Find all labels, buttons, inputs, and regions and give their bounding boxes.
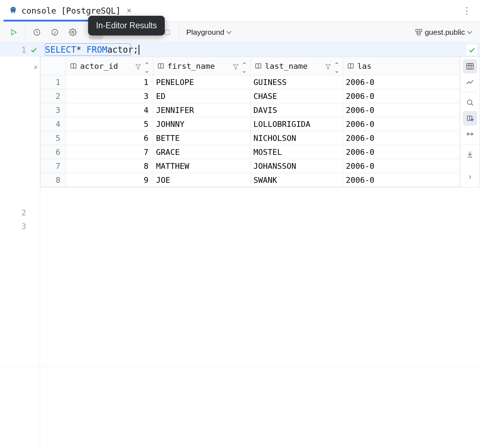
cell-first-name[interactable]: BETTE bbox=[153, 131, 250, 145]
row-number: 4 bbox=[40, 117, 66, 131]
column-icon bbox=[347, 62, 355, 70]
column-header-last-update[interactable]: las bbox=[343, 57, 460, 75]
close-results-icon[interactable]: ✕ bbox=[34, 63, 38, 71]
run-button[interactable] bbox=[6, 25, 21, 39]
svg-rect-21 bbox=[161, 64, 163, 68]
table-row[interactable]: 34JENNIFERDAVIS2006-0 bbox=[40, 103, 460, 117]
column-header-actor-id[interactable]: actor_id bbox=[66, 57, 153, 75]
column-label: first_name bbox=[168, 62, 215, 71]
cell-last-name[interactable]: GUINESS bbox=[250, 75, 343, 89]
table-row[interactable]: 56BETTENICHOLSON2006-0 bbox=[40, 131, 460, 145]
cell-last-name[interactable]: CHASE bbox=[250, 89, 343, 103]
column-label: actor_id bbox=[80, 62, 118, 71]
cell-last-update[interactable]: 2006-0 bbox=[343, 89, 460, 103]
cell-first-name[interactable]: ED bbox=[153, 89, 250, 103]
table-view-button[interactable] bbox=[463, 59, 477, 73]
separator bbox=[463, 144, 477, 144]
cell-last-name[interactable]: MOSTEL bbox=[250, 145, 343, 159]
cell-actor-id[interactable]: 5 bbox=[66, 117, 153, 131]
svg-rect-34 bbox=[467, 116, 470, 121]
cell-last-update[interactable]: 2006-0 bbox=[343, 103, 460, 117]
cell-first-name[interactable]: JOHNNY bbox=[153, 117, 250, 131]
schema-dropdown[interactable]: guest.public bbox=[412, 25, 474, 39]
playground-dropdown[interactable]: Playground bbox=[183, 25, 233, 39]
transpose-button[interactable] bbox=[463, 127, 477, 141]
svg-rect-23 bbox=[255, 64, 258, 68]
svg-marker-0 bbox=[12, 29, 16, 35]
cell-last-update[interactable]: 2006-0 bbox=[343, 117, 460, 131]
inspection-ok-icon[interactable] bbox=[466, 44, 477, 55]
cell-actor-id[interactable]: 4 bbox=[66, 103, 153, 117]
gutter-line[interactable]: 1 bbox=[0, 43, 40, 57]
cell-last-update[interactable]: 2006-0 bbox=[343, 145, 460, 159]
cell-last-update[interactable]: 2006-0 bbox=[343, 173, 460, 187]
export-button[interactable] bbox=[463, 147, 477, 162]
result-panel: actor_id bbox=[40, 57, 480, 187]
explain-plan-button[interactable]: p bbox=[48, 25, 62, 39]
svg-line-33 bbox=[471, 104, 473, 106]
filter-icon[interactable] bbox=[325, 63, 331, 69]
separator bbox=[463, 92, 477, 92]
table-row[interactable]: 67GRACEMOSTEL2006-0 bbox=[40, 145, 460, 159]
row-number: 6 bbox=[40, 145, 66, 159]
tab-title: console [PostgreSQL] bbox=[21, 6, 121, 15]
sql-punct: ; bbox=[133, 45, 138, 55]
history-button[interactable] bbox=[30, 25, 44, 39]
cell-last-name[interactable]: NICHOLSON bbox=[250, 131, 343, 145]
result-side-toolbar bbox=[460, 57, 480, 187]
table-row[interactable]: 78MATTHEWJOHANSSON2006-0 bbox=[40, 159, 460, 173]
cell-first-name[interactable]: JENNIFER bbox=[153, 103, 250, 117]
kebab-menu-icon[interactable]: ⋮ bbox=[462, 6, 471, 15]
cell-last-name[interactable]: DAVIS bbox=[250, 103, 343, 117]
search-button[interactable] bbox=[463, 95, 477, 110]
gutter-line[interactable]: ✕ bbox=[0, 57, 40, 77]
cell-actor-id[interactable]: 9 bbox=[66, 173, 153, 187]
cell-last-update[interactable]: 2006-0 bbox=[343, 131, 460, 145]
cell-actor-id[interactable]: 7 bbox=[66, 145, 153, 159]
editor-gutter: 1 ✕ 2 3 bbox=[0, 43, 40, 448]
filter-rows-button[interactable] bbox=[463, 111, 477, 125]
cell-last-name[interactable]: JOHANSSON bbox=[250, 159, 343, 173]
gutter-line[interactable]: 3 bbox=[0, 219, 40, 233]
column-label: las bbox=[357, 62, 372, 71]
code-line[interactable]: SELECT* FROM actor; bbox=[40, 43, 480, 57]
cell-actor-id[interactable]: 1 bbox=[66, 75, 153, 89]
cell-first-name[interactable]: MATTHEW bbox=[153, 159, 250, 173]
column-header-first-name[interactable]: first_name bbox=[153, 57, 250, 75]
filter-icon[interactable] bbox=[232, 63, 239, 69]
column-header-last-name[interactable]: last_name bbox=[250, 57, 343, 75]
cell-first-name[interactable]: PENELOPE bbox=[153, 75, 250, 89]
cell-actor-id[interactable]: 6 bbox=[66, 131, 153, 145]
close-icon[interactable]: ✕ bbox=[126, 7, 132, 15]
expand-button[interactable] bbox=[463, 170, 477, 184]
gutter-line[interactable]: 2 bbox=[0, 206, 40, 219]
cell-first-name[interactable]: JOE bbox=[153, 173, 250, 187]
sort-icon[interactable] bbox=[144, 57, 149, 75]
rownum-header[interactable] bbox=[40, 57, 66, 75]
svg-point-18 bbox=[75, 68, 76, 70]
chart-view-button[interactable] bbox=[463, 75, 477, 89]
svg-rect-17 bbox=[73, 64, 76, 68]
sort-icon[interactable] bbox=[334, 57, 339, 75]
table-row[interactable]: 23EDCHASE2006-0 bbox=[40, 89, 460, 103]
tooltip-in-editor-results: In-Editor Results bbox=[88, 16, 165, 35]
row-number: 8 bbox=[40, 173, 66, 187]
cell-actor-id[interactable]: 8 bbox=[66, 159, 153, 173]
cell-last-name[interactable]: LOLLOBRIGIDA bbox=[250, 117, 343, 131]
table-row[interactable]: 11PENELOPEGUINESS2006-0 bbox=[40, 75, 460, 89]
cell-actor-id[interactable]: 3 bbox=[66, 89, 153, 103]
svg-rect-10 bbox=[419, 29, 422, 31]
code-area[interactable]: SELECT* FROM actor; bbox=[40, 43, 480, 448]
cell-last-update[interactable]: 2006-0 bbox=[343, 159, 460, 173]
filter-icon[interactable] bbox=[135, 63, 141, 69]
svg-rect-9 bbox=[416, 29, 418, 31]
cell-first-name[interactable]: GRACE bbox=[153, 145, 250, 159]
table-row[interactable]: 89JOESWANK2006-0 bbox=[40, 173, 460, 187]
settings-button[interactable] bbox=[66, 25, 80, 39]
cell-last-name[interactable]: SWANK bbox=[250, 173, 343, 187]
cell-last-update[interactable]: 2006-0 bbox=[343, 75, 460, 89]
chevron-down-icon bbox=[226, 29, 231, 34]
sort-icon[interactable] bbox=[242, 57, 247, 75]
table-row[interactable]: 45JOHNNYLOLLOBRIGIDA2006-0 bbox=[40, 117, 460, 131]
svg-point-32 bbox=[467, 100, 472, 105]
